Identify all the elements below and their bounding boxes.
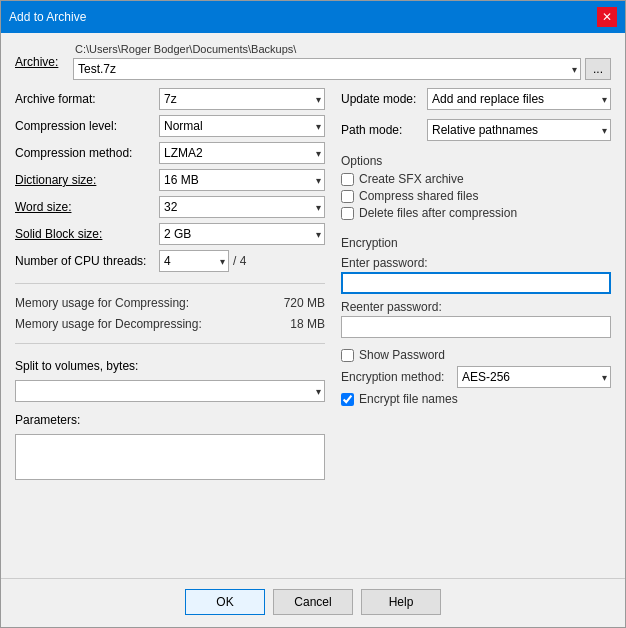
compression-level-label: Compression level:	[15, 119, 155, 133]
split-input-wrapper	[15, 380, 325, 402]
show-password-checkbox[interactable]	[341, 349, 354, 362]
close-button[interactable]: ✕	[597, 7, 617, 27]
solid-block-size-label: Solid Block size:	[15, 227, 155, 241]
archive-label: Archive:	[15, 55, 67, 69]
encrypt-filenames-checkbox[interactable]	[341, 393, 354, 406]
reenter-password-label: Reenter password:	[341, 300, 611, 314]
encryption-section: Encryption Enter password: Reenter passw…	[341, 236, 611, 409]
browse-button[interactable]: ...	[585, 58, 611, 80]
encryption-title: Encryption	[341, 236, 611, 250]
ok-button[interactable]: OK	[185, 589, 265, 615]
delete-after-compression-row: Delete files after compression	[341, 206, 611, 220]
parameters-label: Parameters:	[15, 413, 325, 427]
dictionary-size-select[interactable]: 16 MB 64 MB	[159, 169, 325, 191]
archive-path-column: C:\Users\Roger Bodger\Documents\Backups\…	[73, 43, 611, 80]
compression-level-select[interactable]: Normal Ultra	[159, 115, 325, 137]
right-column: Update mode: Add and replace files Updat…	[341, 88, 611, 568]
dialog-content: Archive: C:\Users\Roger Bodger\Documents…	[1, 33, 625, 578]
memory-decompressing-value: 18 MB	[290, 317, 325, 331]
reenter-password-input[interactable]	[341, 316, 611, 338]
encrypt-filenames-row: Encrypt file names	[341, 392, 611, 406]
word-size-select-wrapper: 32 64	[159, 196, 325, 218]
solid-block-size-row: Solid Block size: 2 GB 16 GB	[15, 223, 325, 245]
archive-name-input[interactable]: Test.7z	[73, 58, 581, 80]
encryption-method-row: Encryption method: AES-256 ZipCrypto	[341, 366, 611, 388]
encryption-method-label: Encryption method:	[341, 370, 451, 384]
delete-after-compression-checkbox[interactable]	[341, 207, 354, 220]
delete-after-compression-label[interactable]: Delete files after compression	[359, 206, 517, 220]
show-password-row: Show Password	[341, 348, 611, 362]
word-size-row: Word size: 32 64	[15, 196, 325, 218]
path-mode-label: Path mode:	[341, 123, 421, 137]
options-title: Options	[341, 154, 611, 168]
archive-input-row: Test.7z ...	[73, 58, 611, 80]
archive-format-label: Archive format:	[15, 92, 155, 106]
word-size-label: Word size:	[15, 200, 155, 214]
word-size-select[interactable]: 32 64	[159, 196, 325, 218]
dialog-title: Add to Archive	[9, 10, 86, 24]
help-button[interactable]: Help	[361, 589, 441, 615]
compression-method-label: Compression method:	[15, 146, 155, 160]
split-input[interactable]	[15, 380, 325, 402]
path-mode-select-wrapper: Relative pathnames Full pathnames	[427, 119, 611, 141]
cpu-threads-row: Number of CPU threads: 4 1 2 3 / 4	[15, 250, 325, 272]
parameters-input[interactable]	[15, 434, 325, 480]
create-sfx-row: Create SFX archive	[341, 172, 611, 186]
separator-2	[15, 343, 325, 344]
enter-password-label: Enter password:	[341, 256, 611, 270]
archive-format-select[interactable]: 7z zip tar	[159, 88, 325, 110]
cpu-threads-select-wrapper: 4 1 2 3	[159, 250, 229, 272]
encryption-method-select-wrapper: AES-256 ZipCrypto	[457, 366, 611, 388]
dictionary-size-select-wrapper: 16 MB 64 MB	[159, 169, 325, 191]
cancel-button[interactable]: Cancel	[273, 589, 353, 615]
create-sfx-label[interactable]: Create SFX archive	[359, 172, 464, 186]
add-to-archive-dialog: Add to Archive ✕ Archive: C:\Users\Roger…	[0, 0, 626, 628]
archive-format-row: Archive format: 7z zip tar	[15, 88, 325, 110]
memory-compressing-row: Memory usage for Compressing: 720 MB	[15, 295, 325, 311]
show-password-label[interactable]: Show Password	[359, 348, 445, 362]
path-mode-row: Path mode: Relative pathnames Full pathn…	[341, 119, 611, 141]
main-columns: Archive format: 7z zip tar Compression l…	[15, 88, 611, 568]
encrypt-filenames-label[interactable]: Encrypt file names	[359, 392, 458, 406]
title-bar: Add to Archive ✕	[1, 1, 625, 33]
update-mode-row: Update mode: Add and replace files Updat…	[341, 88, 611, 110]
archive-name-select-wrapper: Test.7z	[73, 58, 581, 80]
solid-block-size-select-wrapper: 2 GB 16 GB	[159, 223, 325, 245]
update-mode-select[interactable]: Add and replace files Update and add fil…	[427, 88, 611, 110]
archive-row: Archive: C:\Users\Roger Bodger\Documents…	[15, 43, 611, 80]
cpu-threads-select[interactable]: 4 1 2 3	[159, 250, 229, 272]
memory-compressing-value: 720 MB	[284, 296, 325, 310]
compression-level-row: Compression level: Normal Ultra	[15, 115, 325, 137]
split-label: Split to volumes, bytes:	[15, 359, 325, 373]
dictionary-size-label: Dictionary size:	[15, 173, 155, 187]
compression-level-select-wrapper: Normal Ultra	[159, 115, 325, 137]
options-section: Options Create SFX archive Compress shar…	[341, 154, 611, 223]
dialog-footer: OK Cancel Help	[1, 578, 625, 627]
compress-shared-label[interactable]: Compress shared files	[359, 189, 478, 203]
archive-format-select-wrapper: 7z zip tar	[159, 88, 325, 110]
compress-shared-row: Compress shared files	[341, 189, 611, 203]
separator-1	[15, 283, 325, 284]
memory-compressing-label: Memory usage for Compressing:	[15, 296, 189, 310]
compression-method-select[interactable]: LZMA2 LZMA	[159, 142, 325, 164]
update-mode-select-wrapper: Add and replace files Update and add fil…	[427, 88, 611, 110]
update-mode-label: Update mode:	[341, 92, 421, 106]
create-sfx-checkbox[interactable]	[341, 173, 354, 186]
compression-method-select-wrapper: LZMA2 LZMA	[159, 142, 325, 164]
encryption-method-select[interactable]: AES-256 ZipCrypto	[457, 366, 611, 388]
cpu-total: / 4	[233, 254, 246, 268]
left-column: Archive format: 7z zip tar Compression l…	[15, 88, 325, 568]
enter-password-input[interactable]	[341, 272, 611, 294]
solid-block-size-select[interactable]: 2 GB 16 GB	[159, 223, 325, 245]
compression-method-row: Compression method: LZMA2 LZMA	[15, 142, 325, 164]
memory-decompressing-label: Memory usage for Decompressing:	[15, 317, 202, 331]
archive-path-static: C:\Users\Roger Bodger\Documents\Backups\	[73, 43, 611, 55]
memory-decompressing-row: Memory usage for Decompressing: 18 MB	[15, 316, 325, 332]
dictionary-size-row: Dictionary size: 16 MB 64 MB	[15, 169, 325, 191]
cpu-threads-label: Number of CPU threads:	[15, 254, 155, 268]
path-mode-select[interactable]: Relative pathnames Full pathnames	[427, 119, 611, 141]
compress-shared-checkbox[interactable]	[341, 190, 354, 203]
